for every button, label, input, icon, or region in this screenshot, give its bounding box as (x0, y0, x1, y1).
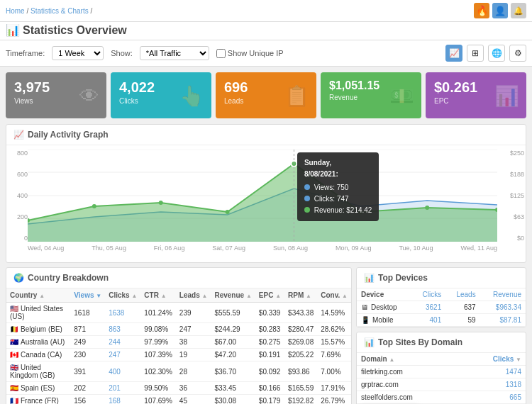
country-clicks: 168 (105, 395, 140, 405)
country-conv: 15.57% (317, 336, 351, 349)
country-ctr: 107.39% (140, 349, 175, 361)
country-table-wrapper: Country ▲ Views ▼ Clicks ▲ CTR ▲ Leads ▲… (6, 288, 351, 404)
country-clicks: 400 (105, 361, 140, 382)
settings-btn[interactable]: ⚙ (509, 45, 526, 62)
fire-icon[interactable]: 🔥 (474, 3, 489, 18)
breadcrumb: Home / Statistics & Charts / (6, 7, 92, 15)
sites-title: 📊 Top Sites By Domain (357, 332, 526, 353)
col-country[interactable]: Country ▲ (6, 288, 70, 303)
country-name: 🇫🇷France (FR) (6, 395, 70, 405)
device-row: 📱Mobile 401 59 $87.81 (357, 314, 526, 327)
top-header: Home / Statistics & Charts / 🔥 👤 🔔 (0, 0, 532, 22)
grid-view-btn[interactable]: ⊞ (467, 45, 484, 62)
country-section: 🌍 Country Breakdown Country ▲ Views ▼ Cl… (6, 267, 352, 404)
site-col-domain[interactable]: Domain ▲ (357, 353, 465, 366)
country-revenue: $555.59 (211, 303, 255, 323)
col-views[interactable]: Views ▼ (70, 288, 105, 303)
chart-area: 800 600 400 200 0 (6, 145, 526, 262)
stat-revenue: $1,051.15 Revenue 💵 (321, 72, 421, 118)
device-leads: 59 (445, 314, 480, 327)
site-col-clicks[interactable]: Clicks ▼ (465, 353, 526, 366)
country-ctr: 97.99% (140, 336, 175, 349)
country-views: 230 (70, 349, 105, 361)
tooltip-date: Sunday, 8/08/2021: (304, 157, 372, 180)
col-conv[interactable]: Conv. ▲ (317, 288, 351, 303)
country-row: 🇪🇸Spain (ES) 202 201 99.50% 36 $33.45 $0… (6, 382, 351, 395)
unique-ip-checkbox[interactable] (216, 49, 226, 58)
country-clicks: 1638 (105, 303, 140, 323)
user-icon[interactable]: 👤 (492, 3, 508, 18)
country-views: 871 (70, 323, 105, 336)
timeframe-select[interactable]: 1 Week 2 Weeks 1 Month (52, 46, 104, 60)
revenue-icon: 💵 (389, 84, 414, 107)
col-revenue[interactable]: Revenue ▲ (211, 288, 255, 303)
views-icon: 👁 (79, 84, 99, 107)
country-title: 🌍 Country Breakdown (6, 268, 351, 288)
country-row: 🇬🇧United Kingdom (GB) 391 400 102.30% 28… (6, 361, 351, 382)
devices-section: 📊 Top Devices Device Clicks Leads Revenu… (356, 267, 526, 327)
top-icons: 🔥 👤 🔔 (474, 3, 526, 18)
y-axis-right: $250 $188 $125 $63 $0 (501, 150, 524, 242)
country-row: 🇫🇷France (FR) 156 168 107.69% 45 $30.08 … (6, 395, 351, 405)
country-views: 1618 (70, 303, 105, 323)
unique-ip-label[interactable]: Show Unique IP (216, 49, 284, 58)
revenue-dot (304, 207, 310, 213)
col-ctr[interactable]: CTR ▲ (140, 288, 175, 303)
devices-tbody: 🖥Desktop 3621 637 $963.34 📱Mobile 401 59… (357, 301, 526, 327)
toolbar: Timeframe: 1 Week 2 Weeks 1 Month Show: … (0, 40, 532, 67)
country-epc: $0.092 (255, 361, 284, 382)
country-conv: 17.91% (317, 382, 351, 395)
site-domain: filetrking.com (357, 366, 465, 378)
chart-title-icon: 📊 (6, 23, 20, 37)
country-ctr: 101.24% (140, 303, 175, 323)
leads-icon: 📋 (284, 84, 309, 107)
sites-table: Domain ▲ Clicks ▼ filetrking.com 1474 gr… (357, 353, 526, 404)
col-clicks[interactable]: Clicks ▲ (105, 288, 140, 303)
timeframe-label: Timeframe: (6, 49, 45, 57)
device-name: 📱Mobile (357, 314, 411, 327)
col-epc[interactable]: EPC ▲ (255, 288, 284, 303)
country-leads: 19 (176, 349, 211, 361)
country-ctr: 99.50% (140, 382, 175, 395)
stat-leads: 696 Leads 📋 (216, 72, 316, 118)
svg-point-10 (226, 210, 230, 214)
device-revenue: $87.81 (480, 314, 526, 327)
y-axis-left: 800 600 400 200 0 (8, 150, 28, 242)
col-rpm[interactable]: RPM ▲ (284, 288, 317, 303)
dev-col-device[interactable]: Device (357, 288, 411, 301)
stat-epc: $0.261 EPC 📊 (426, 72, 526, 118)
show-label: Show: (111, 49, 133, 57)
breadcrumb-home[interactable]: Home (6, 7, 25, 15)
chart-view-btn[interactable]: 📈 (445, 45, 462, 62)
country-clicks: 201 (105, 382, 140, 395)
site-clicks: 1474 (465, 366, 526, 378)
globe-btn[interactable]: 🌐 (488, 45, 505, 62)
country-name: 🇬🇧United Kingdom (GB) (6, 361, 70, 382)
sites-icon: 📊 (364, 337, 375, 347)
country-views: 391 (70, 361, 105, 382)
country-rpm: $93.86 (284, 361, 317, 382)
country-row: 🇺🇸United States (US) 1618 1638 101.24% 2… (6, 303, 351, 323)
notifications-icon[interactable]: 🔔 (511, 3, 526, 18)
country-table: Country ▲ Views ▼ Clicks ▲ CTR ▲ Leads ▲… (6, 288, 351, 404)
country-row: 🇦🇺Australia (AU) 249 244 97.99% 38 $67.0… (6, 336, 351, 349)
country-revenue: $244.29 (211, 323, 255, 336)
dev-col-clicks[interactable]: Clicks (411, 288, 445, 301)
country-name: 🇧🇪Belgium (BE) (6, 323, 70, 336)
dev-col-revenue[interactable]: Revenue (480, 288, 526, 301)
country-rpm: $192.82 (284, 395, 317, 405)
country-conv: 14.59% (317, 303, 351, 323)
col-leads[interactable]: Leads ▲ (176, 288, 211, 303)
country-row: 🇧🇪Belgium (BE) 871 863 99.08% 247 $244.2… (6, 323, 351, 336)
sites-header: Domain ▲ Clicks ▼ (357, 353, 526, 366)
device-leads: 637 (445, 301, 480, 314)
breadcrumb-stats[interactable]: Statistics & Charts (31, 7, 89, 15)
country-leads: 45 (176, 395, 211, 405)
dev-col-leads[interactable]: Leads (445, 288, 480, 301)
country-conv: 26.79% (317, 395, 351, 405)
page-title-bar: 📊 Statistics Overview (0, 22, 532, 40)
country-row: 🇨🇦Canada (CA) 230 247 107.39% 19 $47.20 … (6, 349, 351, 361)
show-select[interactable]: *All Traffic Unique Traffic (140, 46, 209, 60)
country-name: 🇺🇸United States (US) (6, 303, 70, 323)
country-epc: $0.275 (255, 336, 284, 349)
